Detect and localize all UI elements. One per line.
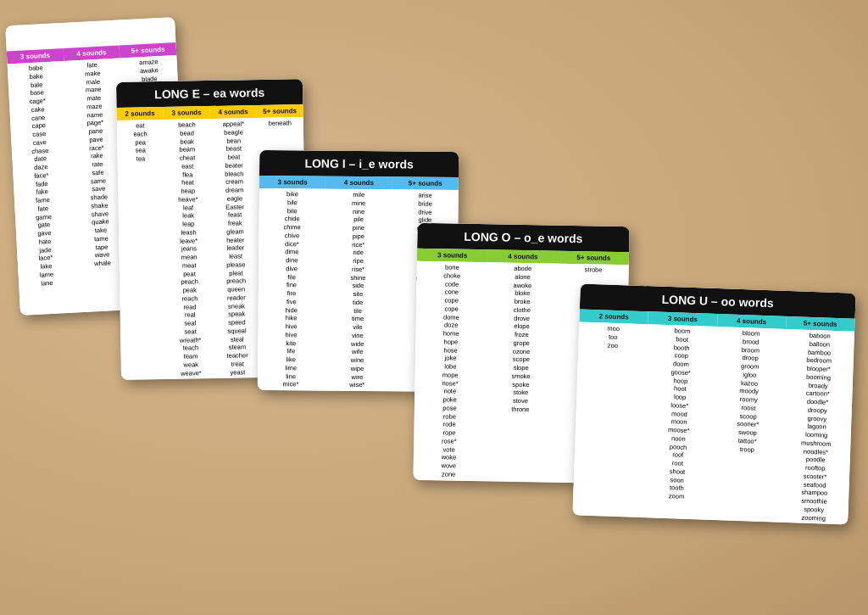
long-o-col3: 3 sounds bonechokecodeconecopecopedomedo…: [413, 249, 487, 481]
long-u-col5-body: baboonballoonbamboobedroomblooper*boomin…: [779, 329, 854, 525]
long-e-col2: 2 sounds eateachpeaseatea: [116, 107, 168, 380]
long-o-col5-header: 5+ sounds: [559, 251, 630, 265]
long-e-col5-header: 5+ sounds: [256, 104, 303, 118]
long-u-col5: 5+ sounds baboonballoonbamboobedroombloo…: [779, 316, 855, 525]
long-e-col3-body: beachbeadbeakbeamcheateastfleaheatheaphe…: [164, 119, 214, 379]
long-i-col5-header: 5+ sounds: [392, 176, 458, 190]
long-u-col4-body: bloombroodbroomdroopgroomiglookazoomoody…: [710, 327, 786, 523]
long-e-col4: 4 sounds appeal*beaglebeanbeastbeatbeate…: [209, 105, 261, 378]
long-o-col3-body: bonechokecodeconecopecopedomedozehomehop…: [413, 261, 487, 481]
long-o-col4: 4 sounds abodealoneawokeblokebrokeclothe…: [484, 249, 559, 482]
long-u-col4: 4 sounds bloombroodbroomdroopgroomiglook…: [710, 314, 787, 523]
long-e-col4-body: appeal*beaglebeanbeastbeatbeaterbleachcr…: [210, 118, 261, 378]
long-u-col2: 2 sounds mootoozoo: [572, 309, 648, 517]
long-i-col3-body: bikebilebitechidechimechivedice*dimedine…: [258, 188, 326, 391]
long-e-col4-header: 4 sounds: [209, 105, 256, 119]
long-e-col2-header: 2 sounds: [116, 107, 163, 120]
long-u-col3: 3 sounds boombootboothcoopdoomgoose*hoop…: [642, 311, 718, 520]
long-i-title: LONG I – i_e words: [259, 150, 459, 177]
long-e-col3-header: 3 sounds: [163, 106, 209, 120]
long-e-title: LONG E – ea words: [116, 79, 303, 108]
long-i-col4-body: milemineninepilepinepiperice*rideriperis…: [324, 189, 392, 392]
long-e-col3: 3 sounds beachbeadbeakbeamcheateastfleah…: [163, 106, 214, 379]
long-o-col4-body: abodealoneawokeblokebrokeclothedroveelop…: [484, 262, 559, 482]
long-o-col4-header: 4 sounds: [487, 249, 559, 263]
long-i-col3-header: 3 sounds: [259, 176, 326, 189]
long-o-col3-header: 3 sounds: [417, 249, 488, 262]
long-u-card: LONG U – oo words 2 sounds mootoozoo 3 s…: [572, 283, 855, 524]
long-i-col4: 4 sounds milemineninepilepinepiperice*ri…: [324, 176, 392, 392]
long-i-col3: 3 sounds bikebilebitechidechimechivedice…: [258, 176, 326, 391]
long-i-col4-header: 4 sounds: [326, 176, 392, 190]
long-u-col2-body: mootoozoo: [572, 321, 648, 517]
long-e-col2-body: eateachpeaseatea: [117, 120, 168, 380]
long-o-title: LONG O – o_e words: [417, 223, 629, 252]
long-u-col3-body: boombootboothcoopdoomgoose*hoophootloopl…: [642, 324, 717, 520]
